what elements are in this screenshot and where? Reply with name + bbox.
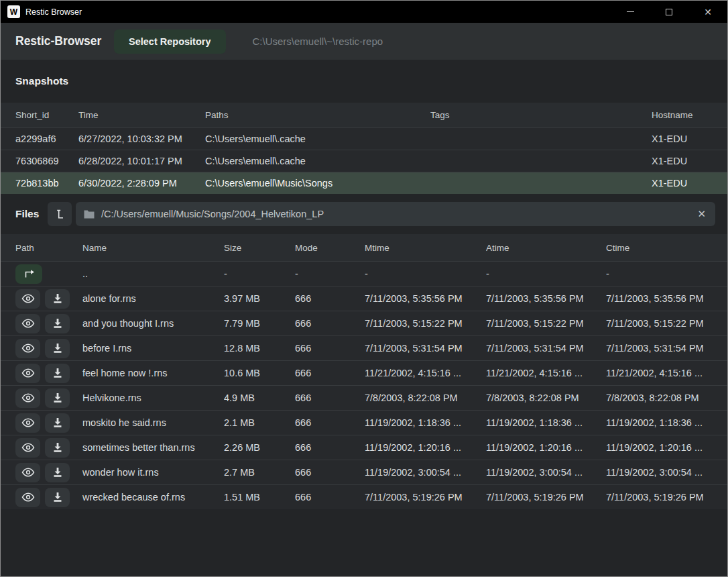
file-name: Helvikone.rns (82, 392, 224, 403)
files-table-header: Path Name Size Mode Mtime Atime Ctime (1, 234, 727, 261)
preview-file-button[interactable] (15, 413, 40, 433)
download-file-button[interactable] (45, 314, 70, 333)
go-to-parent-button[interactable] (15, 264, 42, 284)
snapshot-row[interactable]: a2299af6 6/27/2022, 10:03:32 PM C:\Users… (1, 127, 727, 150)
file-name: feel home now !.rns (82, 368, 224, 378)
clear-path-button[interactable]: ✕ (696, 208, 707, 220)
file-row: alone for.rns 3.97 MB 666 7/11/2003, 5:3… (1, 286, 727, 311)
snapshot-short-id: 76306869 (15, 156, 78, 166)
download-file-button[interactable] (45, 438, 70, 458)
col-path: Path (15, 243, 82, 253)
download-file-button[interactable] (45, 289, 70, 309)
titlebar: W Restic Browser ✕ (1, 1, 727, 23)
download-file-button[interactable] (45, 463, 70, 482)
file-mode: 666 (295, 343, 365, 354)
file-name: and you thought I.rns (82, 318, 224, 329)
file-size: - (224, 268, 295, 279)
file-row: before I.rns 12.8 MB 666 7/11/2003, 5:31… (1, 335, 727, 360)
file-mtime: 7/11/2003, 5:31:54 PM (365, 343, 486, 354)
snapshot-paths: C:\Users\emuell\.cache (205, 156, 430, 166)
snapshots-section-header: Snapshots (1, 60, 727, 103)
file-size: 7.79 MB (224, 318, 295, 329)
file-ctime: 11/21/2002, 4:15:16 ... (606, 368, 727, 378)
download-file-button[interactable] (45, 413, 70, 433)
titlebar-left: W Restic Browser (1, 5, 82, 18)
snapshots-table-header: Short_id Time Paths Tags Hostname (1, 103, 727, 127)
snapshot-time: 6/28/2022, 10:01:17 PM (78, 156, 205, 166)
file-size: 10.6 MB (224, 368, 295, 378)
preview-file-button[interactable] (15, 438, 40, 458)
file-size: 12.8 MB (224, 343, 295, 354)
download-icon (52, 492, 63, 503)
file-size: 2.7 MB (224, 467, 295, 478)
file-mode: 666 (295, 442, 365, 453)
snapshot-paths: C:\Users\emuell\Music\Songs (205, 178, 430, 189)
file-row: Helvikone.rns 4.9 MB 666 7/8/2003, 8:22:… (1, 385, 727, 410)
file-mtime: 11/19/2002, 1:20:16 ... (365, 442, 486, 453)
files-path-field[interactable]: /C:/Users/emuell/Music/Songs/2004_Helvet… (76, 202, 715, 226)
minimize-button[interactable] (611, 1, 650, 23)
file-ctime: - (606, 268, 727, 279)
window-controls: ✕ (611, 1, 727, 23)
file-mode: 666 (295, 293, 365, 304)
file-atime: 11/19/2002, 1:18:36 ... (486, 417, 606, 428)
file-atime: 7/11/2003, 5:31:54 PM (486, 343, 606, 354)
eye-icon (21, 418, 35, 427)
file-mode: 666 (295, 392, 365, 403)
col-time: Time (78, 110, 205, 120)
app-logo-icon: W (7, 5, 20, 18)
download-file-button[interactable] (45, 488, 70, 507)
file-ctime: 7/8/2003, 8:22:08 PM (606, 392, 727, 403)
files-section-header: Files /C:/Users/emuell/Music/Songs/2004_… (1, 194, 727, 234)
snapshot-row[interactable]: 76306869 6/28/2022, 10:01:17 PM C:\Users… (1, 150, 727, 172)
tree-view-icon (54, 208, 66, 220)
file-mode: 666 (295, 318, 365, 329)
clear-icon: ✕ (697, 208, 706, 219)
file-size: 3.97 MB (224, 293, 295, 304)
close-button[interactable]: ✕ (688, 1, 727, 23)
download-icon (52, 392, 63, 403)
parent-dir-row: .. - - - - - (1, 261, 727, 286)
preview-file-button[interactable] (15, 388, 40, 408)
file-atime: 7/11/2003, 5:35:56 PM (486, 293, 606, 304)
preview-file-button[interactable] (15, 289, 40, 309)
file-atime: 7/11/2003, 5:19:26 PM (486, 492, 606, 503)
eye-icon (21, 294, 35, 303)
snapshot-row-selected[interactable]: 72b813bb 6/30/2022, 2:28:09 PM C:\Users\… (1, 172, 727, 194)
download-icon (52, 343, 63, 354)
app-logo-letter: W (10, 7, 17, 17)
maximize-icon (666, 9, 672, 15)
files-title: Files (15, 208, 48, 220)
file-row: feel home now !.rns 10.6 MB 666 11/21/20… (1, 360, 727, 385)
file-ctime: 7/11/2003, 5:19:26 PM (606, 492, 727, 503)
eye-icon (21, 344, 35, 353)
file-name: before I.rns (82, 343, 224, 354)
select-repository-button[interactable]: Select Repository (114, 30, 226, 54)
file-atime: 7/8/2003, 8:22:08 PM (486, 392, 606, 403)
snapshot-short-id: a2299af6 (15, 134, 78, 144)
file-mtime: 11/21/2002, 4:15:16 ... (365, 368, 486, 378)
maximize-button[interactable] (650, 1, 688, 23)
file-mtime: - (365, 268, 486, 279)
file-ctime: 11/19/2002, 1:20:16 ... (606, 442, 727, 453)
preview-file-button[interactable] (15, 314, 40, 333)
file-name: wrecked because of.rns (82, 492, 224, 503)
snapshots-title: Snapshots (15, 75, 68, 87)
tree-view-toggle-button[interactable] (48, 202, 72, 226)
file-mode: 666 (295, 368, 365, 378)
preview-file-button[interactable] (15, 463, 40, 482)
download-icon (52, 417, 63, 428)
preview-file-button[interactable] (15, 488, 40, 507)
preview-file-button[interactable] (15, 364, 40, 383)
download-file-button[interactable] (45, 364, 70, 383)
col-hostname: Hostname (652, 110, 727, 120)
preview-file-button[interactable] (15, 339, 40, 358)
col-paths: Paths (205, 110, 430, 120)
app-window: W Restic Browser ✕ Restic-Browser Select… (0, 0, 728, 577)
download-file-button[interactable] (45, 388, 70, 408)
file-size: 2.1 MB (224, 417, 295, 428)
download-file-button[interactable] (45, 339, 70, 358)
files-path-value: /C:/Users/emuell/Music/Songs/2004_Helvet… (101, 209, 689, 219)
file-ctime: 7/11/2003, 5:35:56 PM (606, 293, 727, 304)
repository-path: C:\Users\emuell\~\restic-repo (253, 36, 383, 47)
